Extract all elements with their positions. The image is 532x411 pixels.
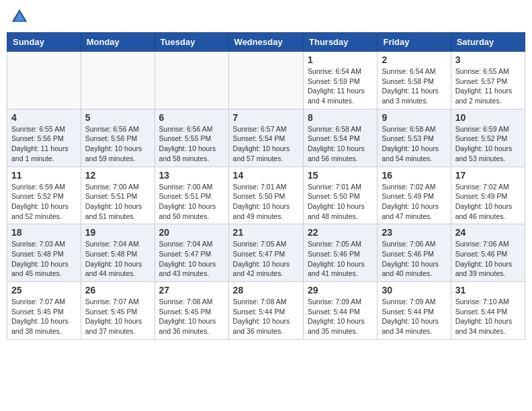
day-number: 13 <box>159 170 224 181</box>
calendar-week-3: 11Sunrise: 6:59 AM Sunset: 5:52 PM Dayli… <box>7 167 525 224</box>
calendar-cell: 15Sunrise: 7:01 AM Sunset: 5:50 PM Dayli… <box>304 167 378 224</box>
day-info: Sunrise: 6:59 AM Sunset: 5:52 PM Dayligh… <box>455 124 521 164</box>
day-number: 18 <box>11 227 77 238</box>
calendar-cell: 8Sunrise: 6:58 AM Sunset: 5:54 PM Daylig… <box>304 109 378 167</box>
day-number: 20 <box>159 227 224 238</box>
weekday-header-tuesday: Tuesday <box>154 33 228 52</box>
calendar-cell <box>81 52 154 109</box>
day-info: Sunrise: 6:54 AM Sunset: 5:59 PM Dayligh… <box>308 66 373 106</box>
calendar-cell: 2Sunrise: 6:54 AM Sunset: 5:58 PM Daylig… <box>378 52 451 109</box>
day-info: Sunrise: 7:00 AM Sunset: 5:51 PM Dayligh… <box>85 182 150 222</box>
day-number: 23 <box>382 227 446 238</box>
day-info: Sunrise: 7:08 AM Sunset: 5:45 PM Dayligh… <box>159 297 224 336</box>
weekday-header-sunday: Sunday <box>7 33 81 52</box>
day-number: 14 <box>233 170 299 181</box>
day-info: Sunrise: 7:03 AM Sunset: 5:48 PM Dayligh… <box>11 239 77 279</box>
day-number: 15 <box>308 170 373 181</box>
day-info: Sunrise: 7:00 AM Sunset: 5:51 PM Dayligh… <box>159 182 224 222</box>
calendar-cell: 17Sunrise: 7:02 AM Sunset: 5:49 PM Dayli… <box>451 167 525 224</box>
weekday-header-thursday: Thursday <box>304 33 378 52</box>
calendar-cell: 26Sunrise: 7:07 AM Sunset: 5:45 PM Dayli… <box>81 282 154 340</box>
calendar-cell: 20Sunrise: 7:04 AM Sunset: 5:47 PM Dayli… <box>154 224 228 282</box>
day-number: 6 <box>159 112 224 123</box>
calendar-cell: 10Sunrise: 6:59 AM Sunset: 5:52 PM Dayli… <box>451 109 525 167</box>
calendar-cell: 24Sunrise: 7:06 AM Sunset: 5:46 PM Dayli… <box>451 224 525 282</box>
calendar-cell: 13Sunrise: 7:00 AM Sunset: 5:51 PM Dayli… <box>154 167 228 224</box>
calendar-cell <box>7 52 81 109</box>
day-number: 3 <box>455 54 521 65</box>
day-number: 8 <box>308 112 373 123</box>
day-info: Sunrise: 7:07 AM Sunset: 5:45 PM Dayligh… <box>85 297 150 336</box>
calendar-cell: 23Sunrise: 7:06 AM Sunset: 5:46 PM Dayli… <box>378 224 451 282</box>
weekday-header-friday: Friday <box>378 33 451 52</box>
day-number: 12 <box>85 170 150 181</box>
calendar-cell: 31Sunrise: 7:10 AM Sunset: 5:44 PM Dayli… <box>451 282 525 340</box>
day-info: Sunrise: 7:06 AM Sunset: 5:46 PM Dayligh… <box>455 239 521 279</box>
calendar-week-1: 1Sunrise: 6:54 AM Sunset: 5:59 PM Daylig… <box>7 52 525 109</box>
day-number: 27 <box>159 285 224 295</box>
day-number: 28 <box>233 285 299 295</box>
day-info: Sunrise: 7:05 AM Sunset: 5:46 PM Dayligh… <box>308 239 373 279</box>
day-number: 26 <box>85 285 150 295</box>
day-number: 5 <box>85 112 150 123</box>
day-info: Sunrise: 7:07 AM Sunset: 5:45 PM Dayligh… <box>11 297 77 336</box>
day-number: 16 <box>382 170 446 181</box>
day-number: 24 <box>455 227 521 238</box>
calendar-cell: 16Sunrise: 7:02 AM Sunset: 5:49 PM Dayli… <box>378 167 451 224</box>
calendar-cell: 30Sunrise: 7:09 AM Sunset: 5:44 PM Dayli… <box>378 282 451 340</box>
day-info: Sunrise: 7:06 AM Sunset: 5:46 PM Dayligh… <box>382 239 446 279</box>
day-info: Sunrise: 7:09 AM Sunset: 5:44 PM Dayligh… <box>382 297 446 336</box>
day-number: 19 <box>85 227 150 238</box>
day-info: Sunrise: 7:04 AM Sunset: 5:47 PM Dayligh… <box>159 239 224 279</box>
calendar-cell <box>154 52 228 109</box>
day-number: 31 <box>455 285 521 295</box>
logo-icon <box>9 7 30 27</box>
calendar-cell: 14Sunrise: 7:01 AM Sunset: 5:50 PM Dayli… <box>228 167 303 224</box>
day-number: 10 <box>455 112 521 123</box>
calendar-cell: 7Sunrise: 6:57 AM Sunset: 5:54 PM Daylig… <box>228 109 303 167</box>
page-header <box>7 7 525 27</box>
day-number: 9 <box>382 112 446 123</box>
day-info: Sunrise: 7:08 AM Sunset: 5:44 PM Dayligh… <box>233 297 299 336</box>
calendar-cell: 3Sunrise: 6:55 AM Sunset: 5:57 PM Daylig… <box>451 52 525 109</box>
calendar-header-row: SundayMondayTuesdayWednesdayThursdayFrid… <box>7 33 525 52</box>
calendar-cell: 29Sunrise: 7:09 AM Sunset: 5:44 PM Dayli… <box>304 282 378 340</box>
calendar-cell: 11Sunrise: 6:59 AM Sunset: 5:52 PM Dayli… <box>7 167 81 224</box>
calendar-cell: 9Sunrise: 6:58 AM Sunset: 5:53 PM Daylig… <box>378 109 451 167</box>
calendar-week-2: 4Sunrise: 6:55 AM Sunset: 5:56 PM Daylig… <box>7 109 525 167</box>
day-info: Sunrise: 7:02 AM Sunset: 5:49 PM Dayligh… <box>455 182 521 222</box>
calendar-week-4: 18Sunrise: 7:03 AM Sunset: 5:48 PM Dayli… <box>7 224 525 282</box>
day-number: 25 <box>11 285 77 295</box>
calendar-cell: 28Sunrise: 7:08 AM Sunset: 5:44 PM Dayli… <box>228 282 303 340</box>
day-info: Sunrise: 6:58 AM Sunset: 5:54 PM Dayligh… <box>308 124 373 164</box>
day-info: Sunrise: 7:04 AM Sunset: 5:48 PM Dayligh… <box>85 239 150 279</box>
day-info: Sunrise: 6:55 AM Sunset: 5:57 PM Dayligh… <box>455 66 521 106</box>
day-number: 30 <box>382 285 446 295</box>
calendar-cell: 22Sunrise: 7:05 AM Sunset: 5:46 PM Dayli… <box>304 224 378 282</box>
day-info: Sunrise: 7:02 AM Sunset: 5:49 PM Dayligh… <box>382 182 446 222</box>
calendar-week-5: 25Sunrise: 7:07 AM Sunset: 5:45 PM Dayli… <box>7 282 525 340</box>
day-number: 2 <box>382 54 446 65</box>
calendar-cell: 1Sunrise: 6:54 AM Sunset: 5:59 PM Daylig… <box>304 52 378 109</box>
day-info: Sunrise: 6:57 AM Sunset: 5:54 PM Dayligh… <box>233 124 299 164</box>
calendar-cell: 4Sunrise: 6:55 AM Sunset: 5:56 PM Daylig… <box>7 109 81 167</box>
day-number: 1 <box>308 54 373 65</box>
day-info: Sunrise: 7:05 AM Sunset: 5:47 PM Dayligh… <box>233 239 299 279</box>
day-number: 29 <box>308 285 373 295</box>
day-number: 21 <box>233 227 299 238</box>
day-number: 22 <box>308 227 373 238</box>
calendar-cell: 21Sunrise: 7:05 AM Sunset: 5:47 PM Dayli… <box>228 224 303 282</box>
day-info: Sunrise: 6:54 AM Sunset: 5:58 PM Dayligh… <box>382 66 446 106</box>
calendar-table: SundayMondayTuesdayWednesdayThursdayFrid… <box>7 32 525 340</box>
day-info: Sunrise: 7:10 AM Sunset: 5:44 PM Dayligh… <box>455 297 521 336</box>
logo <box>9 7 32 27</box>
calendar-cell: 27Sunrise: 7:08 AM Sunset: 5:45 PM Dayli… <box>154 282 228 340</box>
calendar-cell <box>228 52 303 109</box>
day-number: 17 <box>455 170 521 181</box>
calendar-cell: 12Sunrise: 7:00 AM Sunset: 5:51 PM Dayli… <box>81 167 154 224</box>
calendar-cell: 6Sunrise: 6:56 AM Sunset: 5:55 PM Daylig… <box>154 109 228 167</box>
day-info: Sunrise: 7:01 AM Sunset: 5:50 PM Dayligh… <box>233 182 299 222</box>
day-number: 4 <box>11 112 77 123</box>
calendar-cell: 19Sunrise: 7:04 AM Sunset: 5:48 PM Dayli… <box>81 224 154 282</box>
day-info: Sunrise: 6:55 AM Sunset: 5:56 PM Dayligh… <box>11 124 77 164</box>
